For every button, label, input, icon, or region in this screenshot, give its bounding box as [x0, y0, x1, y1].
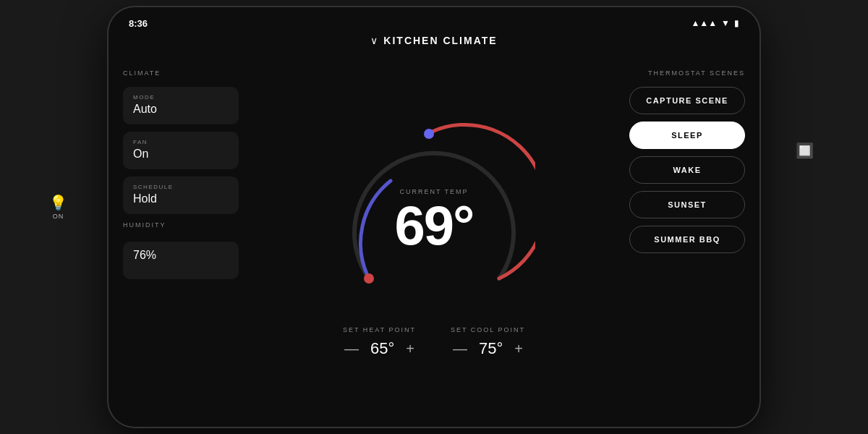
svg-point-4 — [364, 273, 374, 284]
heat-point-group: SET HEAT POINT — 65° + — [343, 326, 416, 358]
cool-point-label: SET COOL POINT — [451, 326, 525, 333]
wifi-icon: ▼ — [721, 18, 730, 28]
fan-label: FAN — [133, 139, 229, 145]
cool-point-controls: — 75° + — [453, 339, 523, 358]
dial-info: CURRENT TEMP 69° — [395, 188, 474, 253]
svg-point-5 — [424, 129, 434, 139]
heat-increment-button[interactable]: + — [406, 341, 414, 357]
schedule-label: SCHEDULE — [133, 184, 229, 190]
chevron-down-icon[interactable]: ∨ — [370, 35, 378, 46]
scenes-section-label: THERMOSTAT SCENES — [629, 69, 745, 77]
schedule-card[interactable]: SCHEDULE Hold — [123, 176, 239, 214]
climate-section-label: CLIMATE — [123, 69, 239, 77]
heat-point-controls: — 65° + — [344, 339, 414, 358]
setpoints: SET HEAT POINT — 65° + SET COOL POINT — … — [343, 326, 525, 358]
cool-decrement-button[interactable]: — — [453, 341, 467, 357]
cool-increment-button[interactable]: + — [514, 341, 523, 357]
app-header: ∨ KITCHEN CLIMATE — [109, 35, 760, 46]
summer-bbq-scene-button[interactable]: SUMMER BBQ — [629, 226, 745, 253]
left-panel: CLIMATE MODE Auto FAN On SCHEDULE Hold H… — [109, 58, 253, 427]
center-area: CURRENT TEMP 69° SET HEAT POINT — 65° + — [253, 58, 615, 427]
main-content: CLIMATE MODE Auto FAN On SCHEDULE Hold H… — [109, 58, 760, 427]
sunset-scene-button[interactable]: SUNSET — [629, 191, 745, 218]
battery-icon: ▮ — [734, 18, 739, 28]
left-node[interactable]: 💡 ON — [49, 194, 67, 220]
sleep-scene-button[interactable]: SLEEP — [629, 122, 745, 149]
signal-icon: ▲▲▲ — [691, 18, 717, 28]
mode-value: Auto — [133, 103, 229, 116]
wake-scene-button[interactable]: WAKE — [629, 156, 745, 184]
mode-card[interactable]: MODE Auto — [123, 87, 239, 124]
heat-point-label: SET HEAT POINT — [343, 326, 416, 333]
cool-point-value: 75° — [479, 339, 503, 358]
capture-scene-button[interactable]: CAPTURE SCENE — [629, 87, 745, 114]
heat-point-value: 65° — [370, 339, 394, 358]
left-node-label: ON — [53, 213, 64, 220]
current-temp-value: 69° — [395, 198, 474, 253]
humidity-card: 76% — [123, 242, 239, 279]
humidity-value: 76% — [133, 249, 229, 262]
status-time: 8:36 — [129, 18, 148, 29]
mode-label: MODE — [133, 94, 229, 101]
schedule-value: Hold — [133, 192, 229, 205]
fan-value: On — [133, 148, 229, 161]
right-panel: THERMOSTAT SCENES CAPTURE SCENE SLEEP WA… — [615, 58, 760, 427]
cool-point-group: SET COOL POINT — 75° + — [451, 326, 525, 358]
fan-card[interactable]: FAN On — [123, 132, 239, 169]
humidity-section-label: HUMIDITY — [123, 221, 239, 229]
right-node[interactable]: 🔲 — [796, 142, 814, 159]
status-icons: ▲▲▲ ▼ ▮ — [691, 18, 739, 28]
page-title: KITCHEN CLIMATE — [383, 35, 497, 46]
thermostat-dial[interactable]: CURRENT TEMP 69° — [333, 112, 535, 315]
tablet: 8:36 ▲▲▲ ▼ ▮ ∨ KITCHEN CLIMATE CLIMATE M… — [109, 7, 760, 427]
outer-container: 💡 ON 🔲 8:36 ▲▲▲ ▼ ▮ ∨ KITCHEN CLIMATE CL… — [0, 0, 868, 434]
heat-decrement-button[interactable]: — — [344, 341, 359, 357]
status-bar: 8:36 ▲▲▲ ▼ ▮ — [109, 14, 760, 32]
